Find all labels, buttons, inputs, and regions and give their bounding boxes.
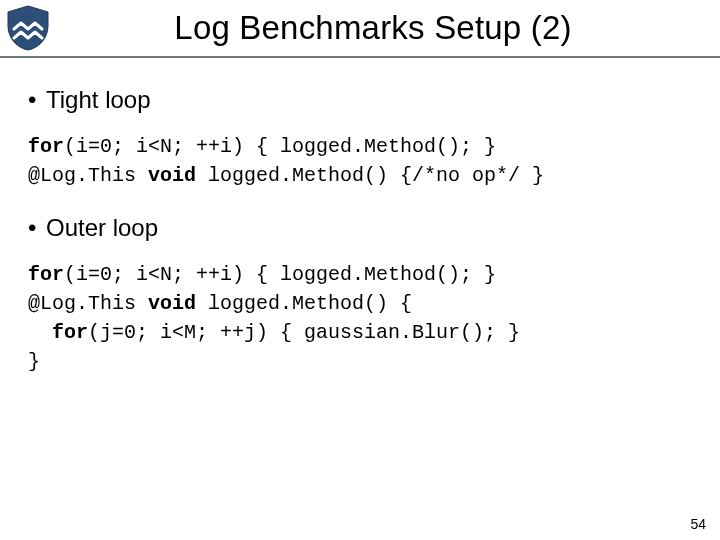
code-text: (i=0; i<N; ++i) { logged.Method(); } xyxy=(64,135,496,158)
code-text: logged.Method() {/*no op*/ } xyxy=(196,164,544,187)
header-bar: Log Benchmarks Setup (2) xyxy=(0,0,720,58)
code-text: @Log.This xyxy=(28,292,148,315)
slide: Log Benchmarks Setup (2) •Tight loop for… xyxy=(0,0,720,540)
bullet-outer-loop: •Outer loop xyxy=(28,214,692,242)
code-text: } xyxy=(28,350,40,373)
slide-body: •Tight loop for(i=0; i<N; ++i) { logged.… xyxy=(0,58,720,376)
code-kw-for: for xyxy=(28,135,64,158)
page-number: 54 xyxy=(690,516,706,532)
code-kw-for: for xyxy=(28,263,64,286)
slide-title: Log Benchmarks Setup (2) xyxy=(56,9,720,47)
code-block-outer: for(i=0; i<N; ++i) { logged.Method(); } … xyxy=(28,260,692,376)
bullet-dot-icon: • xyxy=(28,86,46,114)
shield-logo-icon xyxy=(0,0,56,56)
bullet-tight-label: Tight loop xyxy=(46,86,151,113)
code-kw-void: void xyxy=(148,164,196,187)
code-block-tight: for(i=0; i<N; ++i) { logged.Method(); } … xyxy=(28,132,692,190)
code-text: @Log.This xyxy=(28,164,148,187)
code-text: (i=0; i<N; ++i) { logged.Method(); } xyxy=(64,263,496,286)
bullet-dot-icon: • xyxy=(28,214,46,242)
code-text: (j=0; i<M; ++j) { gaussian.Blur(); } xyxy=(88,321,520,344)
code-kw-for: for xyxy=(28,321,88,344)
bullet-tight-loop: •Tight loop xyxy=(28,86,692,114)
bullet-outer-label: Outer loop xyxy=(46,214,158,241)
code-text: logged.Method() { xyxy=(196,292,412,315)
code-kw-void: void xyxy=(148,292,196,315)
